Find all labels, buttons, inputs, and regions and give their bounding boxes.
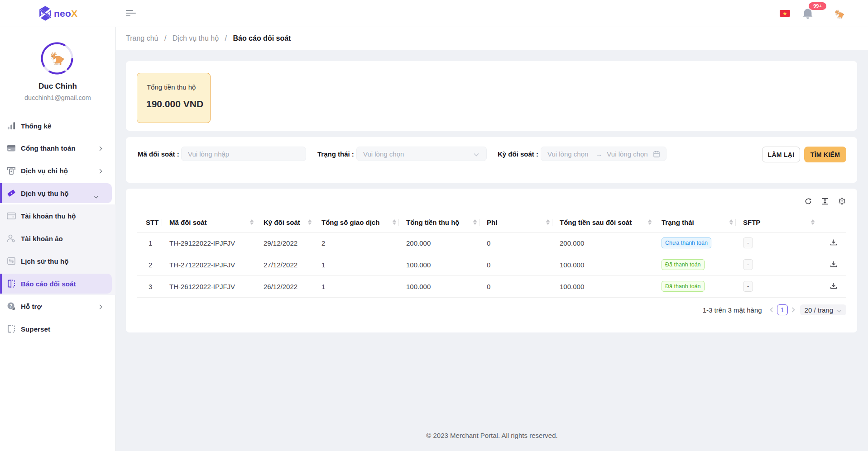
- svg-text:?: ?: [10, 304, 12, 309]
